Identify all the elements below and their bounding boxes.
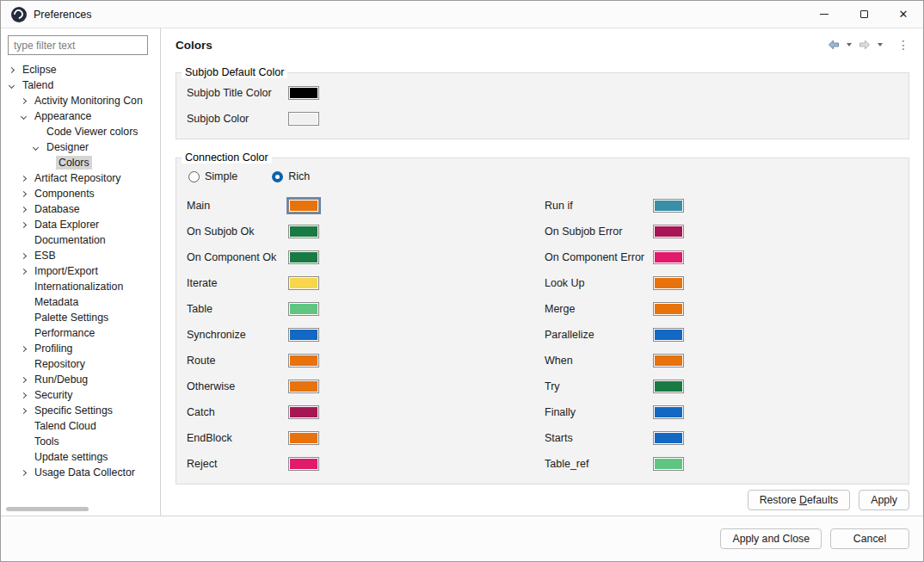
filter-input[interactable] [8, 35, 148, 55]
titlebar: Preferences ✕ [1, 1, 923, 28]
color-setting-row: Synchronize [187, 322, 319, 348]
tree-item[interactable]: Artifact Repository [1, 170, 160, 186]
color-swatch-button[interactable] [288, 405, 319, 419]
tree-chevron-icon[interactable] [21, 252, 27, 258]
color-swatch-button[interactable] [653, 225, 684, 238]
page-header: Colors ⋮ [162, 28, 923, 61]
tree-chevron-icon[interactable] [21, 407, 27, 413]
color-swatch-button[interactable] [653, 405, 684, 419]
color-swatch-button[interactable] [653, 431, 684, 445]
restore-defaults-button[interactable]: Restore Defaults [748, 490, 851, 510]
color-swatch-button[interactable] [288, 328, 319, 342]
page-title: Colors [176, 39, 213, 52]
radio-rich[interactable] [272, 171, 283, 182]
tree-item[interactable]: Talend Cloud [1, 418, 160, 434]
color-swatch-button[interactable] [653, 354, 684, 367]
tree-chevron-icon[interactable] [21, 206, 27, 212]
tree-chevron-icon[interactable] [21, 190, 27, 196]
color-setting-label: Finally [545, 406, 653, 418]
tree-item[interactable]: Colors [1, 155, 160, 170]
tree-item[interactable]: Eclipse [1, 62, 160, 77]
color-setting-row: Reject [187, 451, 319, 477]
talend-logo-icon [11, 7, 27, 22]
color-swatch-button[interactable] [288, 225, 319, 238]
color-setting-row: Route [187, 348, 319, 374]
tree-chevron-icon[interactable] [33, 144, 39, 150]
color-swatch-button[interactable] [288, 457, 319, 471]
apply-and-close-button[interactable]: Apply and Close [720, 528, 822, 549]
tree-item[interactable]: Update settings [1, 449, 160, 465]
tree-item[interactable]: Appearance [1, 108, 160, 124]
scrollbar-thumb[interactable] [6, 507, 89, 511]
color-swatch-button[interactable] [288, 199, 319, 213]
forward-button[interactable] [858, 38, 872, 52]
tree-item[interactable]: Data Explorer [1, 217, 160, 232]
tree-item[interactable]: Internationalization [1, 279, 160, 294]
tree-chevron-icon[interactable] [9, 82, 15, 88]
color-swatch-button[interactable] [288, 276, 319, 290]
tree-chevron-icon[interactable] [21, 268, 27, 274]
color-swatch-button[interactable] [653, 276, 684, 290]
tree-item-label: Repository [32, 357, 88, 371]
radio-simple[interactable] [188, 171, 200, 182]
forward-dropdown-icon[interactable] [878, 43, 883, 46]
tree-chevron-icon[interactable] [9, 66, 15, 72]
maximize-button[interactable] [844, 1, 884, 28]
tree-item[interactable]: Usage Data Collector [1, 465, 160, 480]
tree-item[interactable]: Tools [1, 434, 160, 449]
tree-chevron-icon[interactable] [21, 113, 27, 119]
tree-item-label: Data Explorer [32, 218, 102, 232]
tree-item[interactable]: Components [1, 186, 160, 201]
color-swatch-button[interactable] [653, 457, 684, 471]
color-swatch-button[interactable] [288, 302, 319, 316]
color-setting-label: On Subjob Ok [187, 225, 288, 238]
tree-item[interactable]: Performance [1, 325, 160, 341]
color-swatch-button[interactable] [653, 328, 684, 342]
color-swatch-button[interactable] [288, 250, 319, 264]
color-swatch-button[interactable] [288, 86, 319, 100]
tree-horizontal-scrollbar[interactable] [6, 506, 153, 513]
tree-chevron-icon[interactable] [21, 97, 27, 103]
color-swatch-button[interactable] [653, 199, 684, 213]
tree-item[interactable]: Profiling [1, 341, 160, 356]
back-button[interactable] [827, 38, 841, 52]
tree-chevron-icon[interactable] [21, 376, 27, 382]
close-button[interactable]: ✕ [884, 1, 923, 28]
tree-item[interactable]: Run/Debug [1, 372, 160, 387]
cancel-button[interactable]: Cancel [830, 528, 909, 549]
color-swatch-button[interactable] [653, 302, 684, 316]
subjob-group-title: Subjob Default Color [182, 66, 287, 78]
color-swatch-button[interactable] [653, 380, 684, 393]
tree-item[interactable]: Import/Export [1, 263, 160, 279]
tree-item[interactable]: Palette Settings [1, 310, 160, 325]
color-swatch-button[interactable] [288, 380, 319, 393]
tree-chevron-icon[interactable] [21, 392, 27, 398]
tree-chevron-icon[interactable] [21, 345, 27, 351]
color-setting-label: Starts [545, 432, 653, 444]
view-menu-icon[interactable]: ⋮ [897, 39, 909, 51]
minimize-button[interactable] [804, 1, 844, 28]
color-swatch-button[interactable] [288, 112, 319, 126]
tree-chevron-icon[interactable] [21, 469, 27, 475]
color-swatch-button[interactable] [288, 354, 319, 367]
tree-item[interactable]: Database [1, 201, 160, 217]
restore-defaults-label-rest: efaults [807, 494, 838, 506]
tree-item[interactable]: Security [1, 387, 160, 403]
color-setting-label: Iterate [187, 277, 288, 289]
tree-item[interactable]: Designer [1, 139, 160, 155]
color-swatch-button[interactable] [653, 250, 684, 264]
tree-item[interactable]: Talend [1, 77, 160, 93]
minimize-icon [820, 14, 829, 15]
tree-chevron-icon[interactable] [21, 221, 27, 227]
back-dropdown-icon[interactable] [847, 43, 852, 46]
tree-chevron-icon[interactable] [21, 175, 27, 181]
tree-item[interactable]: Documentation [1, 232, 160, 248]
tree-item[interactable]: Activity Monitoring Con [1, 93, 160, 108]
apply-button[interactable]: Apply [859, 490, 909, 510]
color-swatch-button[interactable] [288, 431, 319, 445]
tree-item[interactable]: Repository [1, 356, 160, 372]
tree-item[interactable]: Specific Settings [1, 403, 160, 418]
tree-item[interactable]: ESB [1, 248, 160, 263]
tree-item[interactable]: Code Viewer colors [1, 124, 160, 139]
tree-item[interactable]: Metadata [1, 294, 160, 310]
